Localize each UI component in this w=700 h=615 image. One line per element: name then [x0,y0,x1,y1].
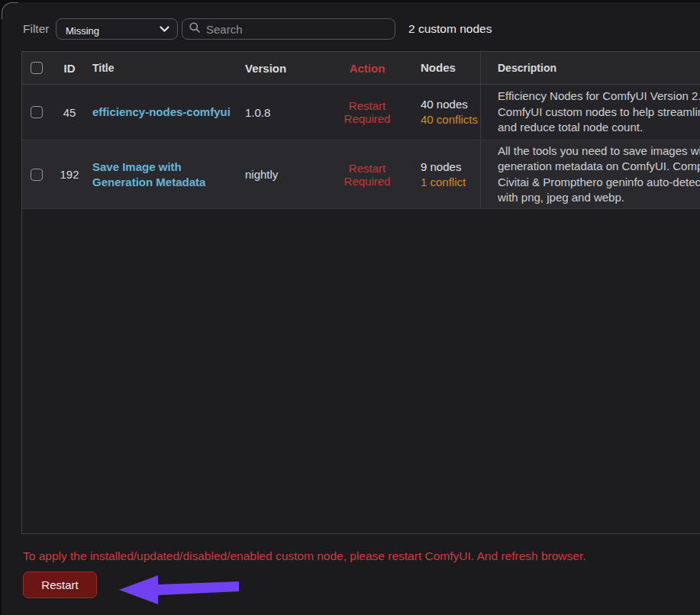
filter-label: Filter [23,22,49,36]
search-box[interactable] [182,18,395,40]
header-version: Version [239,62,331,75]
chevron-down-icon [160,22,169,36]
row-nodes: 9 nodes 1 conflict [404,159,480,190]
search-input[interactable] [206,23,389,36]
header-description: Description [480,52,700,84]
row-version: nightly [239,168,331,181]
table-row: 45 efficiency-nodes-comfyui 1.0.8 Restar… [22,85,700,140]
left-arrow-annotation [115,573,244,607]
row-action-status: Restart Required [331,99,404,125]
row-checkbox[interactable] [31,169,43,181]
restart-button[interactable]: Restart [23,572,97,598]
table-row: 192 Save Image with Generation Metadata … [22,140,700,209]
filter-dropdown-value: Missing [66,25,99,37]
search-icon [189,21,201,37]
nodes-count: 40 nodes [421,97,480,112]
row-description: Efficiency Nodes for ComfyUI Version 2.0… [480,85,700,140]
conflicts-count: 1 conflict [421,175,480,190]
table-empty-area [22,209,700,533]
row-id: 45 [53,106,86,119]
node-title-link[interactable]: Save Image with Generation Metadata [92,160,205,188]
nodes-count: 9 nodes [421,159,480,175]
header-nodes: Nodes [404,60,480,76]
header-action: Action [331,62,404,75]
table-header-row: ID Title Version Action Nodes Descriptio… [22,52,700,85]
row-action-status: Restart Required [331,162,404,188]
header-id: ID [53,62,86,75]
row-description: All the tools you need to save images wi… [480,140,700,208]
restart-notice: To apply the installed/updated/disabled/… [23,549,586,563]
node-title-link[interactable]: efficiency-nodes-comfyui [92,105,231,118]
row-nodes: 40 nodes 40 conflicts [404,97,480,127]
conflicts-count: 40 conflicts [421,112,480,127]
custom-nodes-table: ID Title Version Action Nodes Descriptio… [21,51,700,534]
row-checkbox[interactable] [31,106,43,118]
custom-nodes-count: 2 custom nodes [408,22,492,36]
row-version: 1.0.8 [239,106,331,119]
select-all-checkbox[interactable] [31,62,43,74]
filter-dropdown[interactable]: Missing [56,18,178,40]
header-title: Title [86,62,239,74]
row-id: 192 [53,168,86,181]
dialog-rounded-corner [2,2,18,19]
